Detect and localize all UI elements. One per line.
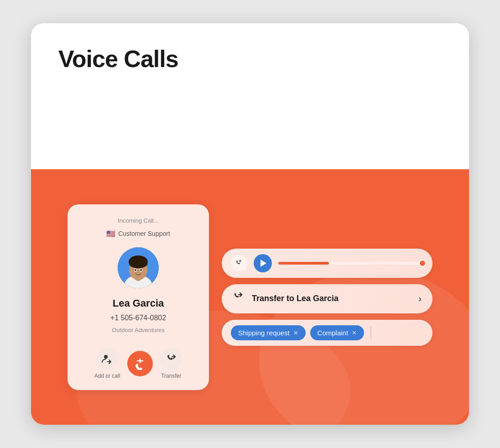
tags-divider (370, 326, 371, 339)
complaint-label: Complaint (318, 329, 349, 337)
content-area: Incoming Call... 🇺🇸 Customer Support (68, 204, 432, 390)
transfer-label-text: Transfer (161, 373, 181, 379)
svg-point-11 (104, 355, 108, 359)
shipping-request-close-icon[interactable]: ✕ (293, 329, 298, 336)
transfer-icon (160, 348, 182, 370)
flag-icon: 🇺🇸 (106, 229, 115, 238)
complaint-close-icon[interactable]: ✕ (352, 329, 357, 336)
audio-progress-bar[interactable] (278, 262, 423, 265)
top-section: Voice Calls (31, 23, 469, 169)
audio-progress-fill (278, 262, 329, 265)
caller-phone: +1 505-674-0802 (110, 314, 166, 322)
page-title: Voice Calls (58, 45, 178, 73)
caller-company: Outdoor Adventures (112, 327, 165, 333)
shipping-request-label: Shipping request (238, 329, 290, 337)
svg-point-9 (135, 269, 136, 271)
right-panels: Transfer to Lea Garcia › Shipping reques… (222, 249, 432, 346)
support-label: 🇺🇸 Customer Support (106, 229, 170, 238)
shipping-request-tag[interactable]: Shipping request ✕ (231, 325, 306, 340)
add-or-call-button[interactable]: Add or call (94, 348, 120, 379)
complaint-tag[interactable]: Complaint ✕ (310, 325, 365, 340)
avatar (118, 247, 159, 288)
call-card: Incoming Call... 🇺🇸 Customer Support (68, 204, 209, 390)
tags-panel: Shipping request ✕ Complaint ✕ (222, 320, 432, 346)
svg-point-6 (129, 259, 147, 268)
bottom-section: Incoming Call... 🇺🇸 Customer Support (31, 169, 469, 425)
add-call-label: Add or call (94, 373, 120, 379)
transfer-phone-icon (233, 292, 245, 306)
add-call-icon (96, 348, 118, 370)
play-icon (260, 260, 266, 267)
call-actions: Add or call (94, 348, 182, 379)
audio-scrubber[interactable] (419, 260, 426, 267)
audio-panel (222, 249, 432, 278)
end-call-icon (127, 351, 153, 376)
transfer-to-label: Transfer to Lea Garcia (252, 294, 411, 303)
chevron-right-icon: › (418, 293, 422, 304)
caller-name: Lea Garcia (113, 297, 164, 309)
transfer-panel[interactable]: Transfer to Lea Garcia › (222, 284, 432, 313)
end-call-button[interactable] (127, 351, 153, 376)
main-card: Voice Calls Incoming Call... 🇺🇸 Customer… (31, 23, 469, 425)
play-button[interactable] (254, 254, 272, 272)
transfer-action-button[interactable]: Transfer (160, 348, 182, 379)
svg-point-10 (140, 269, 142, 271)
phone-indicator-icon (231, 255, 247, 271)
incoming-label: Incoming Call... (118, 217, 159, 224)
support-text: Customer Support (118, 230, 170, 237)
